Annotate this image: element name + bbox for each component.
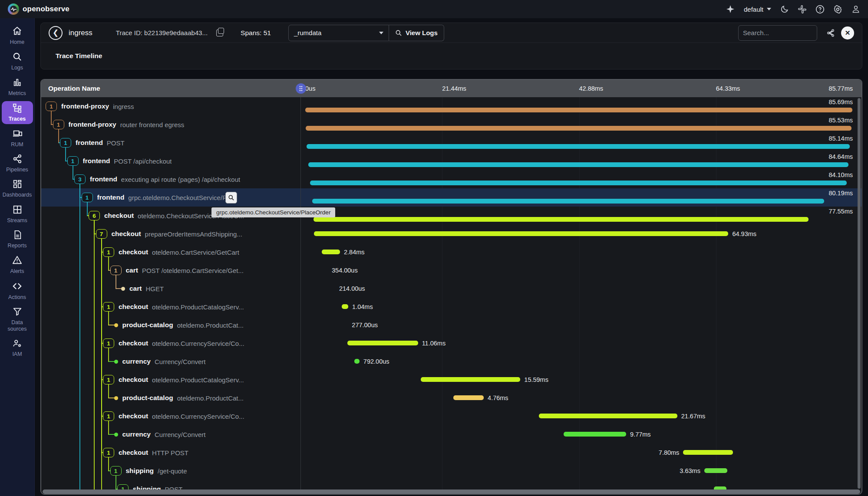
span-duration-bar[interactable] (314, 217, 809, 222)
span-children-count-badge[interactable]: 1 (60, 138, 71, 148)
trace-header-panel: ❮ ingress Trace ID: b22139e9edaaab43... … (40, 23, 862, 69)
sidebar-item-data-sources[interactable]: Data sources (2, 305, 33, 334)
span-duration-bar[interactable] (683, 450, 733, 455)
view-logs-button[interactable]: View Logs (389, 25, 444, 41)
tree-connector (116, 288, 122, 289)
sidebar-item-traces[interactable]: Traces (2, 101, 33, 124)
reports-icon (13, 230, 22, 241)
org-selector[interactable]: default (744, 6, 771, 13)
span-children-count-badge[interactable]: 1 (110, 466, 122, 476)
sparkle-ai-icon[interactable] (726, 5, 735, 14)
span-duration-bar[interactable] (312, 199, 824, 204)
span-duration-label: 85.14ms (828, 135, 853, 142)
span-children-count-badge[interactable]: 1 (110, 266, 122, 275)
span-timeline-row[interactable]: 85.14ms (301, 134, 861, 152)
sidebar-item-home[interactable]: Home (2, 24, 33, 47)
slack-icon[interactable] (798, 5, 807, 14)
span-timeline-row[interactable]: 3.63ms (301, 462, 861, 480)
span-children-count-badge[interactable]: 6 (89, 211, 100, 220)
sidebar-item-alerts[interactable]: Alerts (2, 253, 33, 276)
stream-select[interactable]: _rumdata (288, 25, 389, 41)
span-children-count-badge[interactable]: 1 (46, 102, 57, 111)
span-timeline-row[interactable]: 1.04ms (301, 298, 861, 316)
span-timeline-row[interactable]: 80.19ms (301, 188, 861, 207)
span-duration-bar[interactable] (322, 250, 340, 254)
sidebar-item-streams[interactable]: Streams (2, 203, 33, 225)
sidebar-item-actions[interactable]: Actions (2, 279, 33, 302)
view-logs-label: View Logs (406, 29, 438, 36)
span-duration-bar[interactable] (305, 108, 852, 112)
back-button[interactable]: ❮ (49, 26, 63, 40)
span-duration-bar[interactable] (347, 341, 418, 345)
span-timeline-row[interactable]: 15.59ms (301, 371, 861, 389)
span-timeline-row[interactable]: 792.00us (301, 352, 861, 371)
span-children-count-badge[interactable]: 1 (53, 120, 64, 129)
span-duration-bar[interactable] (342, 304, 348, 309)
top-navbar: openobserve default (0, 0, 868, 18)
sidebar-item-reports[interactable]: Reports (2, 228, 33, 250)
span-duration-bar[interactable] (306, 126, 851, 131)
help-icon[interactable] (815, 5, 825, 14)
span-children-count-badge[interactable]: 1 (82, 193, 93, 202)
span-children-count-badge[interactable]: 1 (103, 448, 114, 457)
span-timeline-row[interactable]: 9.77ms (301, 425, 861, 443)
span-duration-bar[interactable] (539, 414, 677, 418)
sidebar-item-rum[interactable]: RUM (2, 127, 33, 149)
span-row[interactable]: 1frontend-proxyingress (41, 97, 300, 115)
span-duration-bar[interactable] (453, 395, 484, 400)
span-duration-bar[interactable] (354, 359, 360, 364)
span-row[interactable]: 1frontendPOST /api/checkout (41, 152, 300, 170)
span-duration-bar[interactable] (307, 144, 850, 149)
span-timeline-row[interactable]: 85.53ms (301, 115, 861, 134)
sidebar-item-iam[interactable]: IAM (2, 337, 33, 359)
span-service-name: currency (122, 430, 151, 438)
trace-timeline-table: Operation Name 0us21.44ms42.88ms64.33ms8… (40, 79, 862, 495)
span-timeline-row[interactable]: 277.00us (301, 316, 861, 334)
span-children-count-badge[interactable]: 1 (67, 156, 79, 166)
span-timeline-row[interactable]: 84.64ms (301, 152, 861, 170)
span-timeline-row[interactable]: 85.69ms (301, 97, 861, 115)
close-button[interactable]: ✕ (841, 26, 854, 39)
sidebar-item-metrics[interactable]: Metrics (2, 76, 33, 98)
span-timeline-row[interactable]: 4.76ms (301, 389, 861, 407)
time-tick: 0us (305, 80, 315, 97)
span-zoom-button[interactable] (225, 192, 237, 204)
span-duration-bar[interactable] (314, 231, 729, 236)
span-duration-bar[interactable] (564, 432, 626, 437)
span-timeline-row[interactable]: 11.06ms (301, 334, 861, 352)
settings-gear-icon[interactable] (833, 5, 842, 14)
span-children-count-badge[interactable]: 1 (103, 302, 114, 312)
span-timeline-row[interactable]: 21.67ms (301, 407, 861, 425)
span-row[interactable]: 1frontendPOST (41, 134, 300, 152)
vertical-scrollbar[interactable] (858, 98, 861, 489)
span-children-count-badge[interactable]: 7 (96, 229, 107, 239)
span-duration-bar[interactable] (308, 162, 848, 167)
search-input[interactable] (743, 29, 812, 36)
span-children-count-badge[interactable]: 1 (103, 411, 114, 421)
user-profile-icon[interactable] (851, 5, 860, 14)
dark-mode-moon-icon[interactable] (780, 5, 789, 14)
span-timeline-row[interactable]: 7.80ms (301, 443, 861, 462)
span-duration-bar[interactable] (704, 468, 727, 473)
span-timeline-row[interactable]: 77.55ms (301, 207, 861, 225)
span-timeline-row[interactable]: 64.93ms (301, 225, 861, 243)
span-operation-name: oteldemo.CartService/GetCart (152, 249, 239, 256)
span-timeline-row[interactable]: 214.00us (301, 279, 861, 298)
span-duration-bar[interactable] (421, 377, 520, 382)
sidebar-item-dashboards[interactable]: Dashboards (2, 177, 33, 200)
span-duration-bar[interactable] (310, 181, 847, 185)
span-timeline-row[interactable]: 84.10ms (301, 170, 861, 188)
span-row[interactable]: 1frontend-proxyrouter frontend egress (41, 115, 300, 134)
sidebar-item-pipelines[interactable]: Pipelines (2, 152, 33, 174)
span-timeline-row[interactable]: 2.84ms (301, 243, 861, 261)
span-children-count-badge[interactable]: 3 (74, 174, 86, 184)
column-resize-handle[interactable] (296, 83, 306, 94)
sidebar-item-logs[interactable]: Logs (2, 50, 33, 72)
span-children-count-badge[interactable]: 1 (103, 247, 114, 257)
span-timeline-row[interactable]: 354.00us (301, 261, 861, 279)
copy-trace-id-icon[interactable] (216, 30, 223, 36)
span-children-count-badge[interactable]: 1 (103, 338, 114, 348)
horizontal-scrollbar[interactable] (43, 489, 860, 494)
share-icon[interactable] (826, 28, 835, 37)
span-children-count-badge[interactable]: 1 (103, 375, 114, 384)
